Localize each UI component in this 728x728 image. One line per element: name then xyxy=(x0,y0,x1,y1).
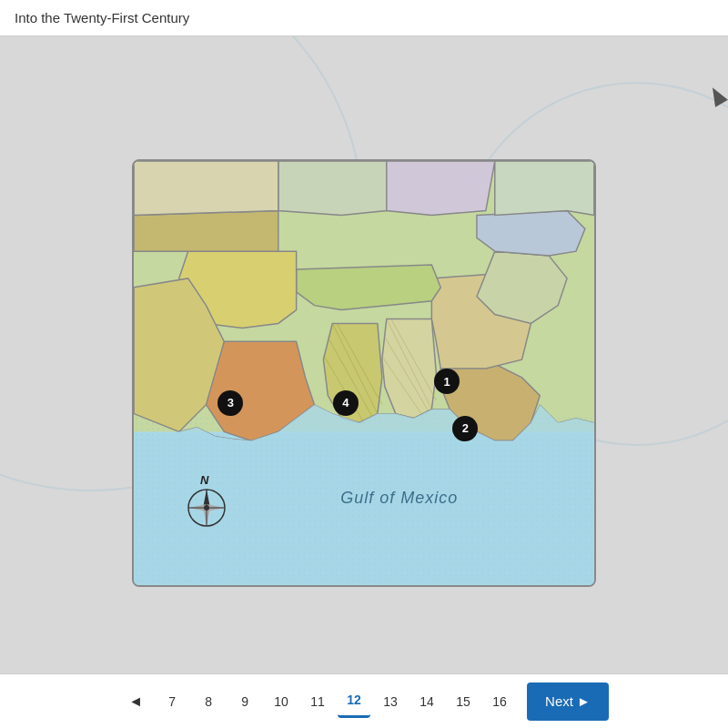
map-marker-2[interactable]: 2 xyxy=(452,416,478,441)
svg-marker-24 xyxy=(278,161,387,215)
map-container: 1 2 3 4 N xyxy=(132,159,596,587)
page-header: Into the Twenty-First Century xyxy=(0,0,728,36)
page-11-button[interactable]: 11 xyxy=(301,685,334,718)
page-15-button[interactable]: 15 xyxy=(447,685,480,718)
gulf-label: Gulf of Mexico xyxy=(340,489,458,508)
page-12-button[interactable]: 12 xyxy=(338,685,370,718)
svg-point-37 xyxy=(204,505,209,511)
page-8-button[interactable]: 8 xyxy=(192,685,225,718)
page-16-button[interactable]: 16 xyxy=(483,685,516,718)
page-7-button[interactable]: 7 xyxy=(156,685,188,718)
page-13-button[interactable]: 13 xyxy=(374,685,407,718)
page-10-button[interactable]: 10 xyxy=(265,685,298,718)
map-marker-4[interactable]: 4 xyxy=(333,390,359,416)
svg-marker-26 xyxy=(134,161,278,215)
page-title: Into the Twenty-First Century xyxy=(15,10,189,25)
prev-button[interactable]: ◄ xyxy=(119,685,152,718)
page-14-button[interactable]: 14 xyxy=(410,685,443,718)
svg-marker-20 xyxy=(297,265,441,310)
main-content: 1 2 3 4 N xyxy=(0,36,728,728)
map-marker-1[interactable]: 1 xyxy=(434,369,460,394)
pagination-bar: ◄ 7 8 9 10 11 12 13 14 15 16 Next ► xyxy=(0,673,728,728)
svg-marker-23 xyxy=(134,211,278,252)
map-marker-3[interactable]: 3 xyxy=(217,390,243,416)
page-9-button[interactable]: 9 xyxy=(228,685,261,718)
svg-marker-19 xyxy=(477,211,585,257)
compass-rose xyxy=(184,485,229,531)
svg-marker-25 xyxy=(387,161,495,215)
svg-marker-27 xyxy=(495,161,594,215)
next-button[interactable]: Next ► xyxy=(527,682,609,721)
